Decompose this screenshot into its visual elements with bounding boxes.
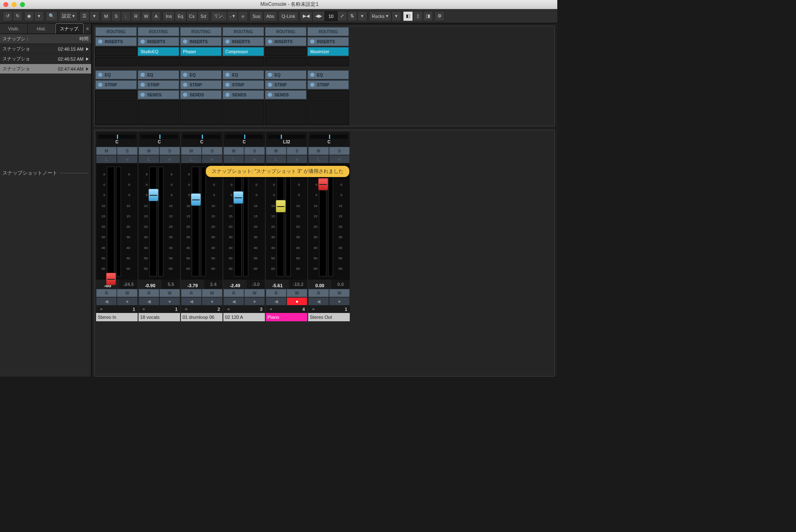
insert-slot-empty[interactable]	[265, 47, 307, 56]
fader-track[interactable]	[277, 167, 284, 276]
fader-value[interactable]: 0.00	[308, 280, 331, 289]
edit-button[interactable]: ℮	[287, 155, 307, 163]
insert-slot-empty[interactable]	[180, 57, 222, 66]
routing-header[interactable]: ROUTING	[180, 27, 222, 36]
qlink-button[interactable]: Q-Link	[279, 11, 298, 21]
bypass-icon[interactable]	[141, 83, 145, 87]
strip-header[interactable]: STRIP	[95, 80, 137, 89]
pan-control[interactable]: C	[138, 132, 180, 147]
channel-strip[interactable]: L32 M S L ℮ 60510152030405000 6051015203…	[266, 132, 307, 321]
settings-menu[interactable]: 設定 ▾	[59, 11, 78, 21]
bypass-icon[interactable]	[98, 39, 102, 44]
channel-name[interactable]: Stereo In	[96, 313, 138, 321]
bypass-icon[interactable]	[268, 39, 272, 44]
pan-control[interactable]: C	[223, 132, 265, 147]
read-button[interactable]: R	[181, 289, 202, 297]
read-button[interactable]: R	[223, 289, 244, 297]
automation-button[interactable]: A	[151, 11, 161, 21]
zoom-out-h-button[interactable]: ▶◀	[300, 11, 312, 21]
fader-knob[interactable]	[233, 191, 243, 204]
bypass-icon[interactable]	[225, 93, 230, 97]
racks-menu[interactable]: Racks ▾	[369, 11, 391, 21]
edit-button[interactable]: ℮	[159, 155, 180, 163]
fader-value[interactable]: -2.49	[223, 280, 247, 289]
peak-value[interactable]: -3.0	[247, 280, 265, 289]
monitor-button[interactable]: ◀	[266, 297, 287, 305]
read-button[interactable]: R	[308, 289, 329, 297]
zoom-in-h-button[interactable]: ◀▶	[312, 11, 325, 21]
insert-slot-empty[interactable]	[138, 57, 179, 66]
record-button[interactable]: ●	[202, 297, 222, 305]
inserts-header[interactable]: INSERTS	[138, 37, 179, 46]
bypass-icon[interactable]	[225, 39, 230, 44]
fader-track[interactable]	[149, 167, 157, 276]
bypass-icon[interactable]	[141, 73, 145, 77]
list-menu[interactable]: ▾	[89, 11, 99, 21]
pan-control[interactable]: L32	[266, 132, 307, 147]
strip-header[interactable]: STRIP	[307, 80, 349, 89]
bypass-sends-button[interactable]: Sd	[198, 11, 209, 21]
solo-button[interactable]: S	[117, 147, 138, 155]
bypass-icon[interactable]	[268, 73, 272, 77]
absolute-button[interactable]: Abs	[263, 11, 277, 21]
insert-slot[interactable]: Maximizer	[307, 47, 349, 56]
channel-strip[interactable]: C M S L ℮ 60510152030405000 605101520304…	[96, 132, 138, 321]
right-zone-button[interactable]: ◨	[423, 11, 433, 21]
peak-value[interactable]: -24.5	[119, 280, 138, 289]
listen-button[interactable]: L	[96, 155, 117, 163]
bypass-icon[interactable]	[268, 83, 272, 87]
fader-track[interactable]	[234, 167, 242, 276]
apply-icon[interactable]	[86, 47, 89, 51]
link-icon[interactable]: ⚭	[308, 305, 318, 313]
channel-strip[interactable]: C M S L ℮ 60510152030405000 605101520304…	[181, 132, 222, 321]
eq-header[interactable]: EQ	[138, 70, 179, 79]
redo-button[interactable]: ↻	[12, 11, 22, 21]
snapshot-header[interactable]: スナップシ： 時間	[0, 34, 91, 44]
channel-name[interactable]: Stereo Out	[308, 313, 350, 321]
peak-value[interactable]: -10.2	[289, 280, 307, 289]
listen-button[interactable]: L	[308, 155, 329, 163]
zoom-menu[interactable]: ▾	[357, 11, 367, 21]
sends-header[interactable]: SENDS	[138, 90, 179, 99]
edit-button[interactable]: ℮	[244, 155, 265, 163]
channel-name[interactable]: 02 120 A	[223, 313, 265, 321]
fader-track[interactable]	[192, 167, 199, 276]
record-button[interactable]: ●	[287, 297, 307, 305]
bypass-icon[interactable]	[225, 83, 230, 87]
maximize-icon[interactable]	[20, 2, 25, 7]
bypass-eq-button[interactable]: Eq	[175, 11, 186, 21]
zoom-stepper[interactable]: ⇅	[347, 11, 357, 21]
bypass-inserts-button[interactable]: Ins	[163, 11, 175, 21]
inserts-header[interactable]: INSERTS	[307, 37, 349, 46]
write-button[interactable]: W	[287, 289, 307, 297]
strip-header[interactable]: STRIP	[222, 80, 264, 89]
inserts-header[interactable]: INSERTS	[265, 37, 307, 46]
link-button[interactable]: リン.	[211, 11, 227, 21]
solo-all-button[interactable]: S	[111, 11, 121, 21]
snapshot-item[interactable]: スナップショ02:47:44 AM	[0, 64, 91, 74]
listen-button[interactable]: L	[266, 155, 287, 163]
mute-button[interactable]: M	[96, 147, 117, 155]
bypass-icon[interactable]	[141, 39, 145, 44]
record-button[interactable]: ●	[244, 297, 265, 305]
channel-strip[interactable]: C M S L ℮ 60510152030405000 605101520304…	[308, 132, 350, 321]
bypass-icon[interactable]	[183, 39, 187, 44]
bypass-icon[interactable]	[225, 73, 230, 77]
link-edit-button[interactable]: ℮	[238, 11, 248, 21]
insert-slot[interactable]: Phaser	[180, 47, 222, 56]
solo-button[interactable]: S	[287, 147, 307, 155]
fader-track[interactable]	[319, 167, 326, 276]
link-icon[interactable]: ⚭	[138, 305, 148, 313]
tab-visibility[interactable]: Visib.	[0, 23, 28, 34]
fader-knob[interactable]	[191, 193, 201, 206]
apply-icon[interactable]	[86, 67, 89, 71]
bypass-icon[interactable]	[98, 73, 102, 77]
write-button[interactable]: W	[159, 289, 180, 297]
fader-value[interactable]: -5.61	[266, 280, 289, 289]
insert-slot-empty[interactable]	[307, 57, 349, 66]
record-button[interactable]: ●	[117, 297, 138, 305]
listen-button[interactable]: L	[121, 11, 131, 21]
bypass-icon[interactable]	[141, 93, 145, 97]
fader-value[interactable]: -0.90	[138, 280, 162, 289]
inserts-header[interactable]: INSERTS	[222, 37, 264, 46]
